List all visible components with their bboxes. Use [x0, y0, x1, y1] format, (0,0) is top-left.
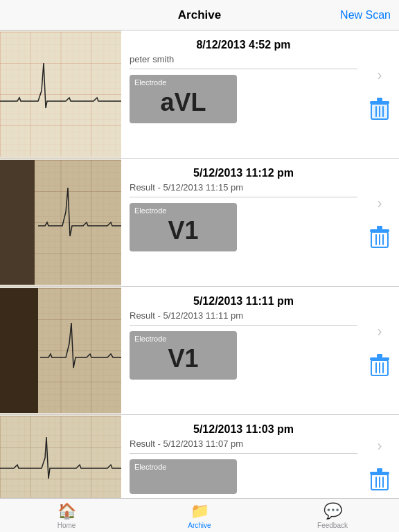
- item-date-2: 5/12/2013 11:12 pm: [130, 167, 357, 179]
- electrode-value-1: aVL: [160, 88, 206, 117]
- trash-button-4[interactable]: [368, 466, 391, 493]
- item-date-4: 5/12/2013 11:03 pm: [130, 423, 357, 436]
- home-icon: 🏠: [57, 502, 76, 520]
- svg-rect-2: [0, 32, 121, 157]
- electrode-label-4: Electrode: [134, 463, 166, 471]
- electrode-box-2: Electrode V1: [130, 203, 237, 251]
- electrode-label-2: Electrode: [134, 206, 166, 215]
- tab-bar: 🏠 Home 📁 Archive 💬 Feedback: [0, 498, 399, 532]
- item-actions-3: ›: [363, 287, 399, 414]
- trash-button-3[interactable]: [368, 352, 391, 378]
- electrode-label-1: Electrode: [134, 78, 166, 87]
- archive-item: 5/12/2013 11:03 pm Result - 5/12/2013 11…: [0, 415, 399, 498]
- tab-home-label: Home: [57, 522, 76, 529]
- tab-feedback-label: Feedback: [317, 522, 348, 529]
- svg-rect-25: [377, 354, 382, 357]
- item-thumbnail-3: [0, 287, 121, 414]
- svg-rect-34: [377, 468, 382, 472]
- item-sub-2: Result - 5/12/2013 11:15 pm: [130, 182, 357, 197]
- trash-button-2[interactable]: [368, 224, 391, 250]
- electrode-box-4: Electrode: [130, 459, 237, 494]
- archive-item: 8/12/2013 4:52 pm peter smith Electrode …: [0, 30, 399, 159]
- item-content-3: 5/12/2013 11:11 pm Result - 5/12/2013 11…: [121, 287, 363, 414]
- chevron-icon-2[interactable]: ›: [377, 195, 382, 213]
- header: Archive New Scan: [0, 0, 399, 30]
- tab-archive-label: Archive: [188, 522, 211, 529]
- tab-feedback[interactable]: 💬 Feedback: [266, 499, 399, 532]
- trash-button-1[interactable]: [368, 96, 391, 122]
- chevron-icon-4[interactable]: ›: [377, 437, 382, 455]
- new-scan-button[interactable]: New Scan: [340, 9, 391, 21]
- svg-rect-23: [38, 288, 121, 413]
- feedback-icon: 💬: [323, 502, 342, 520]
- item-date-1: 8/12/2013 4:52 pm: [130, 39, 357, 51]
- electrode-box-1: Electrode aVL: [130, 75, 237, 123]
- item-date-3: 5/12/2013 11:11 pm: [130, 295, 357, 308]
- archive-item: 5/12/2013 11:11 pm Result - 5/12/2013 11…: [0, 287, 399, 415]
- archive-item: 5/12/2013 11:12 pm Result - 5/12/2013 11…: [0, 159, 399, 287]
- electrode-label-3: Electrode: [134, 335, 166, 343]
- electrode-value-2: V1: [168, 216, 198, 245]
- item-thumbnail-2: [0, 159, 121, 286]
- svg-rect-32: [0, 416, 121, 498]
- item-sub-4: Result - 5/12/2013 11:07 pm: [130, 438, 357, 454]
- item-content-4: 5/12/2013 11:03 pm Result - 5/12/2013 11…: [121, 415, 363, 498]
- item-actions-2: ›: [363, 159, 399, 286]
- chevron-icon-3[interactable]: ›: [377, 323, 382, 341]
- item-sub-1: peter smith: [130, 54, 357, 69]
- electrode-value-3: V1: [168, 344, 198, 373]
- item-thumbnail-1: [0, 30, 121, 158]
- svg-rect-5: [377, 98, 382, 101]
- item-sub-3: Result - 5/12/2013 11:11 pm: [130, 310, 357, 326]
- item-content-2: 5/12/2013 11:12 pm Result - 5/12/2013 11…: [121, 159, 363, 286]
- tab-home[interactable]: 🏠 Home: [0, 499, 133, 532]
- item-content-1: 8/12/2013 4:52 pm peter smith Electrode …: [121, 30, 363, 158]
- svg-rect-22: [0, 288, 38, 413]
- item-thumbnail-4: [0, 415, 121, 498]
- electrode-box-3: Electrode V1: [130, 331, 237, 380]
- svg-rect-15: [377, 226, 382, 229]
- tab-archive[interactable]: 📁 Archive: [133, 499, 266, 532]
- chevron-icon-1[interactable]: ›: [377, 66, 382, 85]
- archive-list: 8/12/2013 4:52 pm peter smith Electrode …: [0, 30, 399, 498]
- item-actions-4: ›: [363, 415, 399, 498]
- header-title: Archive: [178, 8, 221, 22]
- svg-rect-12: [0, 160, 35, 285]
- archive-icon: 📁: [190, 502, 209, 520]
- item-actions-1: ›: [363, 30, 399, 158]
